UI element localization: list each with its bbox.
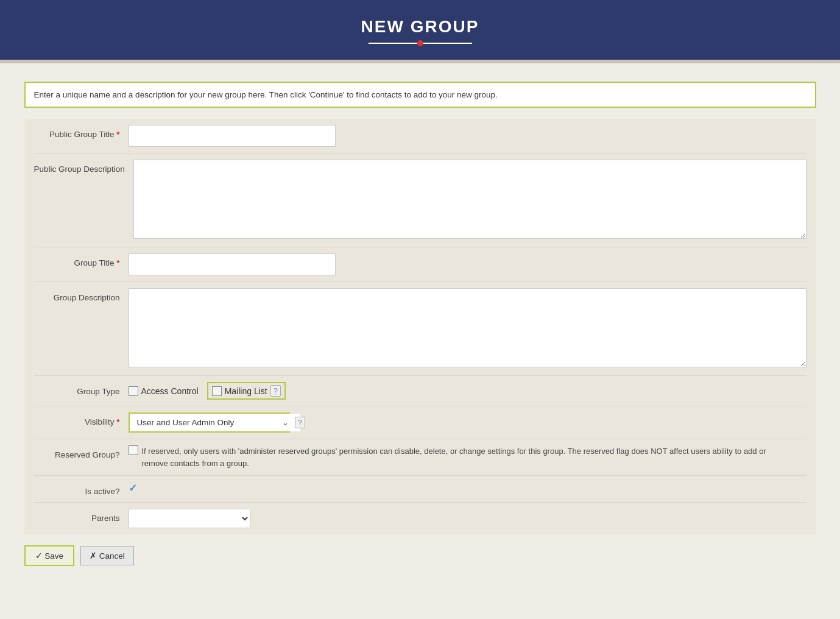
public-group-title-label: Public Group Title *: [34, 125, 129, 139]
save-button[interactable]: ✓ Save: [24, 545, 75, 566]
group-type-label: Group Type: [34, 382, 129, 396]
group-title-control: [129, 253, 806, 275]
parents-select[interactable]: [129, 509, 250, 528]
public-group-title-row: Public Group Title *: [34, 119, 806, 154]
mailing-list-label: Mailing List: [225, 386, 267, 396]
reserved-group-label: Reserved Group?: [34, 445, 129, 459]
header-dot: [417, 40, 423, 46]
reserved-group-row: Reserved Group? If reserved, only users …: [34, 439, 806, 476]
visibility-row: Visibility * User and User Admin Only Ev…: [34, 406, 806, 439]
parents-control: [129, 509, 806, 528]
visibility-label: Visibility *: [34, 412, 129, 426]
group-title-label: Group Title *: [34, 253, 129, 267]
instruction-box: Enter a unique name and a description fo…: [24, 82, 816, 108]
public-group-description-row: Public Group Description: [34, 154, 806, 247]
access-control-item: Access Control: [129, 386, 199, 396]
reserved-group-checkbox[interactable]: [129, 445, 138, 455]
buttons-row: ✓ Save ✗ Cancel: [24, 545, 816, 566]
is-active-row-inner: ✓: [129, 482, 806, 495]
visibility-row-inner: User and User Admin Only Everyone Admin …: [129, 412, 806, 433]
mailing-list-box: Mailing List ?: [207, 382, 286, 400]
main-content: Enter a unique name and a description fo…: [12, 63, 828, 584]
group-description-row: Group Description: [34, 282, 806, 376]
access-control-checkbox[interactable]: [129, 386, 138, 396]
public-group-description-label: Public Group Description: [34, 160, 133, 174]
group-type-row: Group Type Access Control Mailing List ?: [34, 376, 806, 406]
visibility-control: User and User Admin Only Everyone Admin …: [129, 412, 806, 433]
public-group-description-input[interactable]: [133, 160, 806, 239]
header-line-left: [369, 43, 417, 44]
group-title-row: Group Title *: [34, 247, 806, 282]
header-underline: [0, 40, 840, 46]
group-title-input[interactable]: [129, 253, 336, 275]
is-active-checkmark-icon: ✓: [129, 482, 137, 495]
parents-label: Parents: [34, 509, 129, 523]
mailing-list-checkbox[interactable]: [212, 386, 222, 396]
page-title: NEW GROUP: [361, 17, 479, 37]
public-group-title-input[interactable]: [129, 125, 336, 147]
group-type-control: Access Control Mailing List ?: [129, 382, 806, 400]
cancel-button[interactable]: ✗ Cancel: [80, 546, 134, 565]
instruction-text: Enter a unique name and a description fo…: [34, 90, 498, 99]
visibility-info-icon[interactable]: ?: [295, 417, 305, 428]
group-description-label: Group Description: [34, 288, 129, 302]
access-control-label: Access Control: [141, 386, 199, 396]
page-header: NEW GROUP: [0, 0, 840, 60]
form-section: Public Group Title * Public Group Descri…: [24, 119, 816, 534]
parents-row: Parents: [34, 503, 806, 534]
header-line-right: [423, 43, 472, 44]
public-group-description-control: [133, 160, 806, 241]
visibility-select[interactable]: User and User Admin Only Everyone Admin …: [130, 414, 300, 431]
is-active-label: Is active?: [34, 482, 129, 496]
group-type-options: Access Control Mailing List ?: [129, 382, 806, 400]
group-description-control: [129, 288, 806, 369]
is-active-control: ✓: [129, 482, 806, 495]
is-active-row: Is active? ✓: [34, 476, 806, 503]
reserved-group-desc: If reserved, only users with 'administer…: [142, 445, 782, 469]
public-group-title-control: [129, 125, 806, 147]
mailing-list-info-icon[interactable]: ?: [270, 385, 281, 397]
reserved-group-control: If reserved, only users with 'administer…: [129, 445, 806, 469]
visibility-select-wrapper: User and User Admin Only Everyone Admin …: [129, 412, 290, 433]
group-description-input[interactable]: [129, 288, 806, 367]
